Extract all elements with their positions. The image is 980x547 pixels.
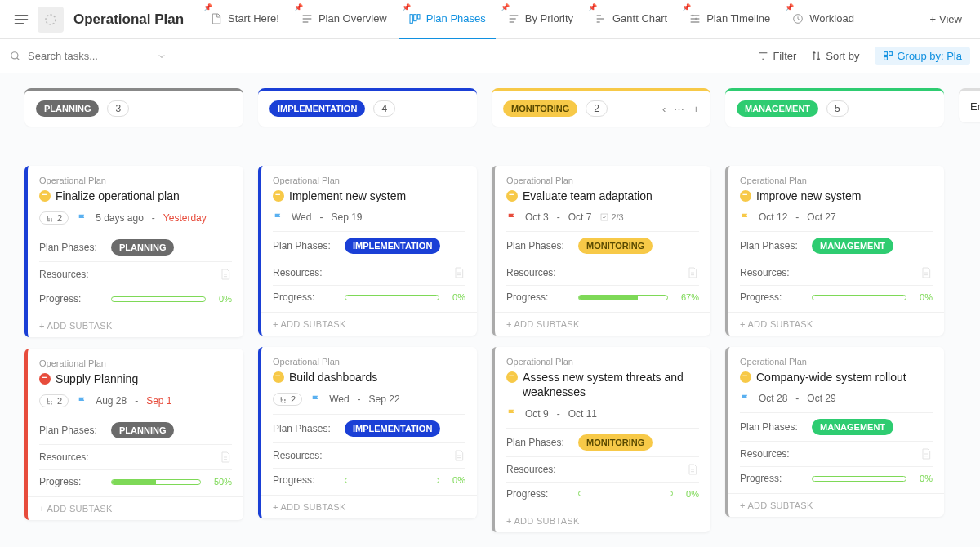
status-dot[interactable] (39, 373, 51, 385)
add-subtask-button[interactable]: + ADD SUBTASK (728, 312, 944, 336)
more-icon[interactable]: ⋯ (674, 103, 684, 115)
tab-plan-phases[interactable]: 📌Plan Phases (399, 0, 496, 39)
group-by-button[interactable]: Group by: Pla (875, 47, 971, 65)
column-header[interactable]: PLANNING 3 (24, 88, 243, 127)
phase-value[interactable]: PLANNING (111, 239, 174, 256)
column-implementation: IMPLEMENTATION 4 Operational Plan Implem… (258, 88, 477, 544)
svg-rect-1 (410, 14, 412, 23)
space-icon[interactable] (38, 7, 64, 33)
tab-start-here-[interactable]: 📌Start Here! (200, 0, 289, 39)
task-card[interactable]: Operational Plan Assess new system threa… (492, 347, 710, 531)
resource-icon[interactable] (920, 447, 933, 460)
pin-icon: 📌 (294, 3, 303, 11)
status-dot[interactable] (506, 371, 518, 383)
progress-field: Progress: 0% (273, 468, 466, 491)
tab-label: By Priority (525, 12, 573, 24)
progress-percent: 67% (681, 292, 699, 302)
progress-bar[interactable] (812, 295, 906, 300)
task-card[interactable]: Operational Plan Supply Planning 2Aug 28… (24, 349, 243, 520)
resources-field: Resources: (273, 442, 466, 468)
add-subtask-button[interactable]: + ADD SUBTASK (28, 496, 243, 520)
add-view-button[interactable]: + View (920, 13, 972, 25)
card-parent: Operational Plan (39, 358, 232, 368)
card-title: Finalize operational plan (56, 189, 180, 203)
task-card[interactable]: Operational Plan Company-wide system rol… (725, 347, 944, 517)
chevron-down-icon[interactable] (157, 51, 167, 61)
progress-bar[interactable] (345, 295, 439, 300)
status-dot[interactable] (273, 371, 284, 383)
progress-percent: 50% (214, 477, 232, 487)
filter-button[interactable]: Filter (758, 50, 796, 62)
phase-value[interactable]: MONITORING (578, 434, 653, 451)
tab-plan-timeline[interactable]: 📌Plan Timeline (679, 0, 780, 39)
sort-button[interactable]: Sort by (811, 50, 859, 62)
phase-pill: MONITORING (503, 100, 577, 117)
resource-icon[interactable] (452, 449, 466, 462)
search-input[interactable] (28, 50, 150, 62)
add-subtask-button[interactable]: + ADD SUBTASK (728, 493, 944, 517)
add-subtask-button[interactable]: + ADD SUBTASK (495, 312, 710, 336)
tab-workload[interactable]: 📌Workload (782, 0, 864, 39)
progress-bar[interactable] (578, 295, 668, 300)
task-card[interactable]: Operational Plan Build dashboards 2Wed-S… (258, 347, 477, 518)
progress-bar[interactable] (578, 491, 673, 496)
task-card[interactable]: Operational Plan Finalize operational pl… (24, 166, 243, 337)
resource-icon[interactable] (219, 451, 232, 464)
progress-bar[interactable] (345, 478, 439, 483)
svg-rect-17 (601, 214, 608, 220)
progress-bar[interactable] (111, 296, 206, 302)
phase-value[interactable]: IMPLEMENTATION (345, 238, 440, 254)
date-end: Oct 11 (568, 408, 597, 420)
tab-icon (688, 12, 702, 25)
resource-icon[interactable] (219, 268, 232, 281)
subtask-count[interactable]: 2 (39, 211, 69, 225)
status-dot[interactable] (506, 190, 518, 202)
card-meta: Oct 9-Oct 11 (506, 408, 699, 420)
phase-value[interactable]: PLANNING (111, 422, 174, 438)
phase-value[interactable]: MANAGEMENT (812, 238, 893, 254)
subtask-count[interactable]: 2 (39, 394, 69, 407)
status-dot[interactable] (740, 371, 751, 383)
add-subtask-button[interactable]: + ADD SUBTASK (261, 312, 477, 336)
tab-plan-overview[interactable]: 📌Plan Overview (291, 0, 397, 39)
phase-field: Plan Phases: MONITORING (506, 231, 699, 260)
resource-icon[interactable] (686, 266, 699, 279)
tab-gantt-chart[interactable]: 📌Gantt Chart (585, 0, 677, 39)
status-dot[interactable] (273, 190, 284, 202)
progress-bar[interactable] (812, 476, 906, 482)
subtask-count[interactable]: 2 (273, 393, 302, 406)
task-card[interactable]: Operational Plan Improve new system Oct … (725, 166, 944, 336)
tab-by-priority[interactable]: 📌By Priority (497, 0, 583, 39)
column-header[interactable]: MONITORING 2 ‹ ⋯ + (492, 88, 710, 127)
menu-button[interactable] (8, 7, 34, 33)
resource-icon[interactable] (920, 266, 933, 279)
svg-point-16 (284, 402, 286, 403)
phase-value[interactable]: MANAGEMENT (812, 419, 893, 435)
collapse-icon[interactable]: ‹ (662, 103, 666, 115)
flag-icon (273, 212, 283, 223)
progress-bar[interactable] (111, 479, 201, 485)
phase-value[interactable]: IMPLEMENTATION (345, 420, 440, 437)
resource-icon[interactable] (686, 463, 699, 476)
search-box[interactable] (10, 50, 758, 62)
phase-pill: MANAGEMENT (737, 100, 818, 117)
checklist-count[interactable]: 2/3 (599, 212, 623, 222)
progress-percent: 0% (686, 489, 699, 499)
column-header[interactable]: MANAGEMENT 5 (725, 88, 944, 127)
status-dot[interactable] (740, 190, 751, 202)
column-header[interactable]: Em (959, 88, 980, 122)
phase-value[interactable]: MONITORING (578, 238, 653, 254)
tab-label: Plan Phases (426, 12, 486, 24)
add-subtask-button[interactable]: + ADD SUBTASK (495, 509, 710, 532)
task-card[interactable]: Operational Plan Evaluate team adaptatio… (492, 166, 710, 336)
add-subtask-button[interactable]: + ADD SUBTASK (261, 495, 477, 518)
status-dot[interactable] (39, 190, 51, 202)
progress-field: Progress: 0% (39, 287, 232, 310)
add-icon[interactable]: + (693, 103, 699, 115)
column-header[interactable]: IMPLEMENTATION 4 (258, 88, 477, 127)
add-subtask-button[interactable]: + ADD SUBTASK (28, 314, 243, 337)
task-card[interactable]: Operational Plan Implement new system We… (258, 166, 477, 336)
document-icon (920, 447, 933, 460)
sort-icon (811, 51, 822, 61)
resource-icon[interactable] (452, 266, 466, 279)
